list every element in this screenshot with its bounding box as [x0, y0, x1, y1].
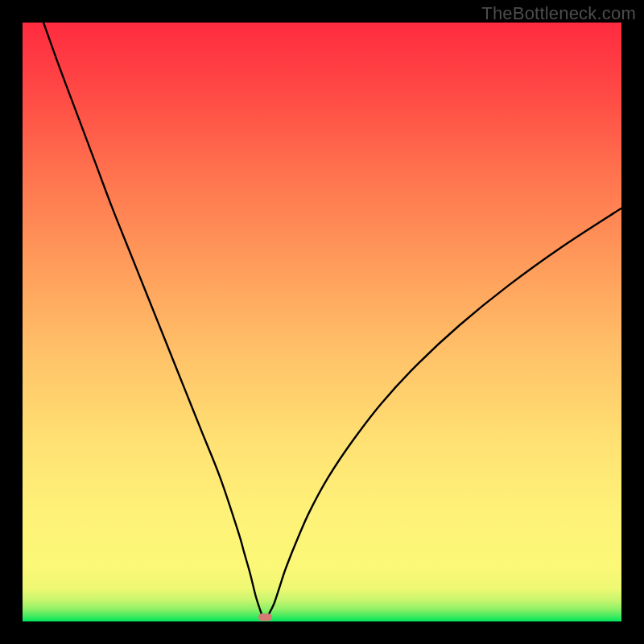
plot-area: [23, 23, 621, 621]
optimum-marker: [258, 613, 271, 621]
watermark-text: TheBottleneck.com: [481, 3, 636, 24]
chart-frame: TheBottleneck.com: [0, 0, 644, 644]
gradient-background: [23, 23, 621, 621]
chart-svg: [23, 23, 621, 621]
